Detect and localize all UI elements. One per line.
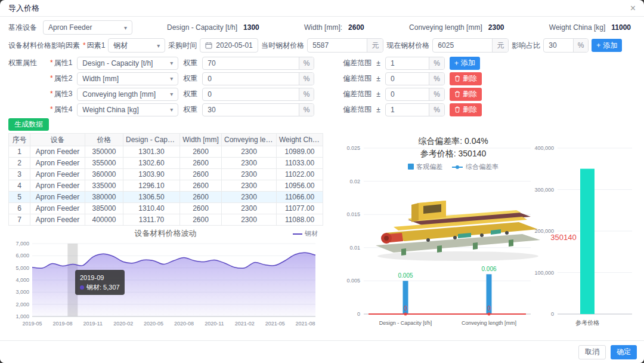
required-marker: *: [50, 105, 53, 113]
table-row[interactable]: 6Apron Feeder3850001310.402600230011077.…: [9, 203, 323, 214]
delete-attribute-button[interactable]: 删除: [450, 72, 482, 85]
generate-data-button[interactable]: 生成数据: [8, 118, 49, 131]
deviation-input[interactable]: [386, 73, 429, 85]
svg-text:2019-11: 2019-11: [83, 321, 103, 327]
delete-attribute-button[interactable]: 删除: [450, 88, 482, 101]
table-header-row: 序号设备价格Design - Capacity...Width [mm]Conv…: [9, 134, 323, 146]
svg-text:7,000: 7,000: [16, 241, 29, 247]
svg-text:1,000: 1,000: [16, 313, 29, 319]
ratio-input[interactable]: [544, 39, 572, 52]
base-device-select[interactable]: Apron Feeder ▾: [43, 20, 132, 35]
purchase-time-label: 采购时间: [168, 41, 197, 51]
table-cell: 2: [9, 158, 30, 169]
deviation-input[interactable]: [386, 57, 429, 69]
purchase-date-input[interactable]: 2020-05-01: [200, 38, 258, 53]
steel-legend[interactable]: 钢材: [293, 229, 318, 238]
chevron-down-icon: ▾: [170, 106, 173, 113]
weight-label: 权重: [183, 104, 197, 115]
weight-input[interactable]: [203, 57, 298, 69]
table-cell: 350000: [85, 146, 123, 158]
delete-attribute-button[interactable]: 删除: [450, 103, 482, 116]
table-row[interactable]: 7Apron Feeder4000001311.702600230011088.…: [9, 214, 323, 226]
trash-icon: [454, 106, 460, 113]
line-legend-symbol: [293, 233, 302, 235]
weight-input[interactable]: [203, 88, 298, 100]
table-cell: 10989.00: [277, 146, 323, 158]
ratio-input-group: %: [543, 38, 589, 53]
percent-unit: %: [573, 39, 589, 52]
now-price-input[interactable]: [433, 39, 492, 52]
weight-input[interactable]: [203, 73, 298, 85]
table-cell: 4: [9, 180, 30, 192]
column-header: 序号: [9, 134, 30, 146]
weight-input-group: %: [202, 103, 314, 116]
spec-label: Weight China [kg]: [549, 23, 606, 32]
now-price-label: 现在钢材价格: [386, 41, 429, 51]
dialog-header: 导入价格 ×: [0, 0, 644, 17]
svg-text:300,000: 300,000: [534, 187, 554, 193]
close-icon[interactable]: ×: [630, 4, 636, 13]
weight-input[interactable]: [203, 104, 298, 116]
attribute-label-text: 属性2: [54, 74, 73, 82]
svg-text:0: 0: [357, 311, 360, 317]
table-cell: 1296.10: [123, 180, 180, 192]
table-cell: 5: [9, 192, 30, 203]
weight-label: 权重: [183, 58, 197, 68]
svg-text:0.006: 0.006: [481, 266, 496, 272]
table-row[interactable]: 3Apron Feeder3600001303.902600230011022.…: [9, 169, 323, 180]
table-cell: 2600: [180, 158, 222, 169]
spec-label: Design - Capacity [t/h]: [167, 23, 237, 32]
table-row[interactable]: 5Apron Feeder3800001306.502600230011066.…: [9, 192, 323, 203]
table-row[interactable]: 2Apron Feeder3550001302.602600230011033.…: [9, 158, 323, 169]
add-attribute-label: 添加: [461, 58, 475, 68]
table-row[interactable]: 1Apron Feeder3500001301.302600230010989.…: [9, 146, 323, 158]
table-cell: 2600: [180, 214, 222, 226]
table-cell: 2600: [180, 169, 222, 180]
add-attribute-button[interactable]: +添加: [450, 57, 480, 70]
factor-label-text: 因素1: [87, 41, 106, 50]
factor-section-label: 设备材料价格影响因素: [8, 41, 80, 51]
delete-attribute-label: 删除: [463, 73, 477, 84]
base-device-label: 基准设备: [8, 23, 37, 33]
deviation-range-label: 偏差范围: [343, 73, 371, 84]
table-cell: Apron Feeder: [30, 146, 85, 158]
cancel-button[interactable]: 取消: [578, 345, 606, 359]
weight-attribute-row: *属性4Weight China [kg]▾权重%偏差范围±%删除: [8, 103, 636, 116]
attribute-label: *属性1: [50, 58, 72, 68]
plus-icon: +: [454, 59, 459, 67]
svg-text:0.015: 0.015: [346, 211, 360, 217]
svg-text:参考价格: 参考价格: [575, 319, 599, 326]
yuan-unit: 元: [492, 39, 508, 52]
then-price-input[interactable]: [308, 39, 367, 52]
factor-label: *因素1: [83, 41, 105, 51]
factor-select[interactable]: 钢材 ▾: [108, 38, 165, 53]
attribute-select[interactable]: Weight China [kg]▾: [77, 103, 178, 116]
table-cell: 11066.00: [277, 192, 323, 203]
reference-price-chart: 400,000300,000200,000100,0000350140参考价格: [528, 133, 641, 333]
add-factor-button[interactable]: +添加: [592, 39, 622, 52]
yuan-unit: 元: [367, 39, 383, 52]
percent-unit: %: [299, 104, 314, 116]
svg-text:0.02: 0.02: [349, 179, 360, 184]
attribute-select[interactable]: Design - Capacity [t/h]▾: [77, 57, 178, 70]
svg-text:0.005: 0.005: [346, 278, 360, 284]
factor-row: 设备材料价格影响因素 *因素1 钢材 ▾ 采购时间 2020-05-01 当时钢…: [8, 38, 636, 53]
confirm-button[interactable]: 确定: [611, 345, 637, 359]
percent-unit: %: [429, 88, 444, 100]
table-cell: 2300: [222, 180, 277, 192]
attribute-select-value: Width [mm]: [82, 75, 119, 83]
plus-minus-symbol: ±: [376, 90, 380, 99]
plus-minus-symbol: ±: [376, 59, 380, 67]
spec-item: Conveying length [mm]2300: [409, 23, 504, 32]
then-price-input-group: 元: [307, 38, 383, 53]
deviation-input[interactable]: [386, 104, 429, 116]
table-cell: 335000: [85, 180, 123, 192]
weight-input-group: %: [202, 57, 314, 70]
spec-label: Width [mm]:: [304, 23, 342, 32]
deviation-input[interactable]: [386, 88, 429, 100]
svg-text:350140: 350140: [550, 233, 576, 242]
attribute-select[interactable]: Width [mm]▾: [77, 72, 178, 85]
attribute-select[interactable]: Conveying length [mm]▾: [77, 88, 178, 101]
table-row[interactable]: 4Apron Feeder3350001296.102600230010956.…: [9, 180, 323, 192]
table-cell: 11022.00: [277, 169, 323, 180]
